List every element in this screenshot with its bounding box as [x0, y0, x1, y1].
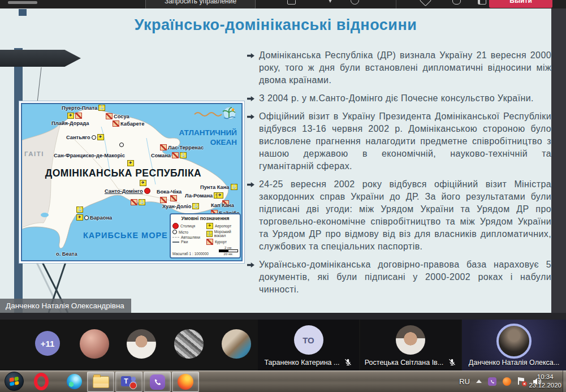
city-icon — [172, 230, 177, 234]
participant-avatar-woman-light-bg[interactable] — [127, 329, 156, 359]
language-indicator[interactable]: RU — [459, 377, 470, 386]
river-icon — [172, 242, 179, 243]
city-name: Сомана — [151, 153, 171, 158]
city-name: Пунта Кана — [200, 184, 230, 190]
taskbar-clock[interactable]: 10:34 23.12.2020 — [529, 373, 561, 390]
map-scale-bar: 2 см. 20 км. — [219, 246, 238, 256]
slide-decoration-chip — [19, 9, 27, 16]
map-city-label: Пунта Кана⚓ — [200, 184, 237, 190]
slide-bullet-list: Домініканська Республіка (ДР) визнала Ук… — [247, 49, 551, 301]
city-name: Хуан-Доліо — [162, 204, 191, 209]
resort-icon — [160, 144, 167, 150]
seaport-icon: ⚓ — [98, 105, 105, 111]
legend-label: Місто — [179, 230, 188, 234]
legend-row: ⚓Морський вокзал — [206, 230, 238, 238]
cursor-icon[interactable] — [327, 0, 334, 3]
seaport-icon: ⚓ — [76, 206, 83, 213]
map-city-label: Лас-Терренас — [160, 144, 204, 150]
city-name: о. Беата — [56, 251, 77, 257]
folder-icon — [93, 376, 109, 388]
participant-tile[interactable]: Ростецька Світлана Ів... — [360, 320, 461, 371]
participant-name: Данченко Наталія Олекса... — [469, 359, 559, 367]
show-hidden-icons-chevron[interactable] — [476, 380, 482, 383]
avast-tray-icon[interactable] — [503, 377, 511, 386]
meeting-control-bar: Запросить управление Выйти — [0, 0, 566, 8]
overflow-participants-badge[interactable]: +11 — [35, 331, 60, 356]
show-desktop-button[interactable] — [563, 371, 566, 392]
bullet-arrow-icon — [247, 262, 254, 268]
city-name: Бока-Чіка — [157, 189, 182, 195]
participant-avatar-gray-pattern[interactable] — [174, 329, 204, 359]
layout-icon[interactable] — [478, 0, 486, 5]
action-center-flag-icon[interactable] — [517, 377, 526, 386]
bullet-text: З 2004 р. у м.Санто-Домінго діє Почесне … — [259, 92, 551, 105]
clock-date: 23.12.2020 — [529, 381, 561, 390]
resort-icon — [75, 113, 82, 119]
participant-avatar-woman-at-desk[interactable] — [222, 329, 251, 359]
request-control-button[interactable]: Запросить управление — [145, 0, 256, 8]
resort-icon — [106, 113, 113, 119]
legend-row: Курорт — [206, 239, 238, 245]
screen-margin — [551, 8, 566, 313]
map-city-label: Хуан-Доліо⚓ — [162, 203, 199, 209]
bullet-text: Домініканська Республіка (ДР) визнала Ук… — [259, 49, 551, 87]
participant-tile-speaking[interactable]: Данченко Наталія Олекса... — [462, 320, 566, 371]
airport-icon: ✈ — [97, 134, 104, 140]
bullet-item: Українсько-домініканська договірно-право… — [247, 259, 551, 296]
map-poi-icons: ✈ — [140, 180, 146, 186]
bullet-item: Офіційний візит в Україну Президента Дом… — [247, 110, 551, 173]
avatar-initials: ТО — [294, 325, 323, 355]
city-name: Санто-Домінго — [105, 188, 143, 194]
map-city-label: Плайя-Дорада — [51, 120, 89, 126]
map-poi-icons — [160, 197, 167, 203]
city-name: Лас-Терренас — [168, 145, 204, 150]
pin-icon[interactable] — [452, 0, 461, 5]
map-legend: Умовні позначення СтолицяМістоАвтошляхиР… — [170, 213, 241, 259]
map-poi-icons: ✈ — [217, 192, 223, 199]
airport-icon: ✈ — [140, 180, 146, 186]
city-icon — [119, 143, 124, 147]
map-poi-icons: ✈ — [127, 160, 134, 166]
reactions-icon[interactable] — [287, 0, 296, 5]
edge-button[interactable] — [61, 372, 87, 391]
leave-button[interactable]: Выйти — [489, 0, 552, 8]
participant-name: Тараненко Катерина ... — [265, 359, 340, 367]
airport-icon: ✈ — [127, 160, 134, 166]
viber-button[interactable] — [144, 372, 171, 392]
map-poi-icons — [119, 143, 124, 147]
balloon-icon[interactable] — [351, 0, 359, 5]
viber-tray-icon[interactable] — [488, 377, 496, 386]
opera-button[interactable] — [28, 372, 54, 391]
legend-row: ✈Аеропорт — [206, 223, 238, 229]
dominican-republic-map: АТЛАНТИЧНИЙ ОКЕАН ГАІТІ ДОМІНІКАНСЬКА РЕ… — [21, 103, 243, 261]
country-label: ДОМІНІКАНСЬКА РЕСПУБЛІКА — [30, 167, 217, 179]
opera-icon — [34, 373, 49, 390]
presentation-slide: Українсько-домініканські відносини АТЛАН… — [0, 8, 551, 313]
presenter-name-overlay: Данченко Наталія Олександрівна — [0, 299, 131, 313]
firefox-icon — [178, 374, 193, 390]
bullet-text: Офіційний візит в Україну Президента Дом… — [259, 110, 551, 173]
start-button[interactable] — [1, 372, 27, 391]
bullet-arrow-icon — [247, 114, 254, 119]
legend-row: Місто — [172, 230, 204, 234]
avatar-photo — [396, 325, 425, 355]
map-city-label: Санто-Домінго — [105, 188, 150, 194]
participant-avatar-woman-red-hair[interactable] — [80, 329, 109, 359]
laser-pointer-icon[interactable] — [420, 0, 431, 6]
map-poi-icons — [170, 195, 177, 201]
palm-logo — [191, 105, 240, 122]
airport-icon: ✈ — [67, 113, 74, 119]
resort-icon — [131, 199, 137, 205]
map-city-label: о. Беата — [56, 251, 77, 257]
firefox-button[interactable] — [172, 372, 199, 392]
city-name: Кабарете — [120, 121, 144, 127]
seaport-icon: ⚓ — [192, 203, 199, 209]
city-name: Ла-Романа — [185, 193, 213, 199]
bullet-arrow-icon — [247, 182, 254, 187]
participant-tile[interactable]: ТО Тараненко Катерина ... — [258, 320, 359, 371]
teams-button[interactable]: T — [115, 372, 142, 392]
city-name: Бараона — [90, 215, 112, 221]
legend-label: Морський вокзал — [214, 230, 238, 238]
file-explorer-button[interactable] — [87, 372, 114, 392]
map-city-label: Ла-Романа✈ — [185, 192, 221, 199]
